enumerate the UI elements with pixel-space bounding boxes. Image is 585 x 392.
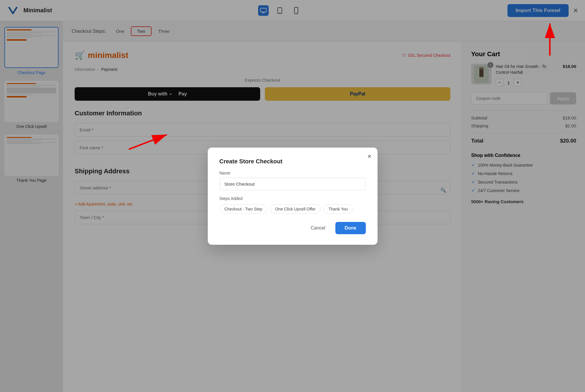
modal-tag-upsell: One Click Upsell Offer (270, 204, 320, 214)
modal-tag-checkout: Checkout - Two Step (219, 204, 267, 214)
modal-name-input[interactable] (219, 178, 366, 190)
modal-tag-thankyou: Thank You (323, 204, 353, 214)
modal-cancel-button[interactable]: Cancel (305, 222, 331, 234)
modal-tags: Checkout - Two Step One Click Upsell Off… (219, 204, 366, 214)
modal-overlay: × Create Store Checkout Name Steps Added… (0, 0, 585, 392)
modal-title: Create Store Checkout (219, 158, 366, 165)
modal-close-button[interactable]: × (367, 152, 371, 160)
modal-done-button[interactable]: Done (335, 222, 366, 234)
modal-steps-label: Steps Added (219, 196, 366, 201)
modal-name-label: Name (219, 171, 366, 175)
create-checkout-modal: × Create Store Checkout Name Steps Added… (208, 148, 378, 245)
modal-actions: Cancel Done (219, 222, 366, 234)
